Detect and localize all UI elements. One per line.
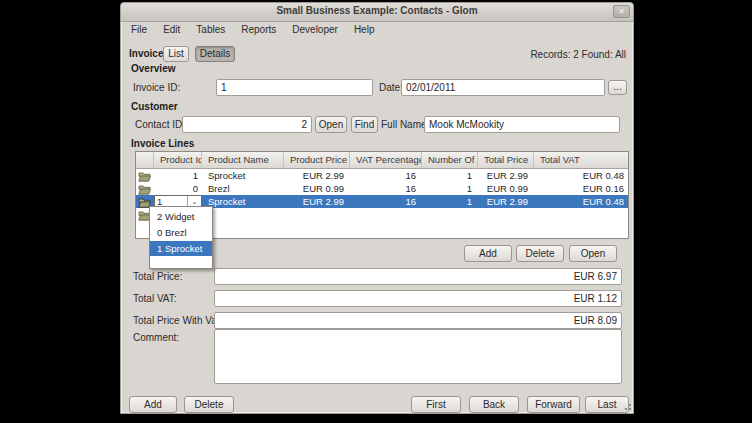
contact-id-field[interactable]: 2 [182,116,312,133]
comment-field[interactable] [214,329,622,384]
table-row[interactable]: 0 Brezl EUR 0.99 16 1 EUR 0.99 EUR 0.16 [136,182,628,195]
cell-vat-percentage: 16 [350,195,422,208]
cell-product-name: Brezl [202,182,284,195]
overview-heading: Overview [131,63,175,74]
table-row[interactable]: 1 Sprocket EUR 2.99 16 1 EUR 2.99 EUR 0.… [136,169,628,182]
contact-find-button[interactable]: Find [351,116,378,133]
dropdown-item-highlighted[interactable]: 1 Sprocket [150,241,212,256]
comment-label: Comment: [133,332,179,343]
line-delete-button[interactable]: Delete [516,245,564,262]
invoice-lines-heading: Invoice Lines [131,138,194,149]
full-name-label: Full Name: [381,119,429,130]
total-with-vat-label: Total Price With Vat: [133,315,222,326]
menubar: File Edit Tables Reports Developer Help [123,23,382,37]
total-vat-field: EUR 1.12 [214,290,622,307]
full-name-field: Mook McMookity [424,116,620,133]
table-header-row: Product Id Product Name Product Price VA… [136,152,628,169]
header-product-id[interactable]: Product Id [154,152,202,168]
cell-total-price: EUR 2.99 [478,169,534,182]
cell-product-id: 0 [154,182,202,195]
customer-heading: Customer [131,101,178,112]
date-label: Date: [379,82,403,93]
cell-number-of: 1 [422,169,478,182]
row-open-icon[interactable] [136,182,154,195]
cell-vat-percentage: 16 [350,182,422,195]
cell-product-name: Sprocket [202,195,284,208]
glom-window: Small Business Example: Contacts - Glom … [120,2,634,414]
records-summary: Records: 2 Found: All [530,49,626,60]
cell-product-name: Sprocket [202,169,284,182]
menu-developer[interactable]: Developer [284,23,346,37]
invoice-id-label: Invoice ID: [133,82,180,93]
date-picker-button[interactable]: ... [608,80,627,95]
cell-number-of: 1 [422,195,478,208]
header-number-of[interactable]: Number Of [422,152,478,168]
product-id-dropdown: 2 Widget 0 Brezl 1 Sprocket [149,206,213,269]
cell-number-of: 1 [422,182,478,195]
cell-product-price: EUR 2.99 [284,195,350,208]
contact-id-label: Contact ID: [135,119,185,130]
line-open-button[interactable]: Open [569,245,617,262]
menu-help[interactable]: Help [346,23,383,37]
nav-back-button[interactable]: Back [469,396,519,413]
dropdown-item[interactable]: 2 Widget [150,209,212,225]
header-total-price[interactable]: Total Price [478,152,534,168]
nav-forward-button[interactable]: Forward [527,396,580,413]
line-add-button[interactable]: Add [464,245,512,262]
header-product-price[interactable]: Product Price [284,152,350,168]
total-price-field: EUR 6.97 [214,268,622,285]
total-vat-label: Total VAT: [133,293,177,304]
cell-product-id: 1 [154,169,202,182]
close-icon[interactable]: ✕ [613,5,630,18]
header-product-name[interactable]: Product Name [202,152,284,168]
header-total-vat[interactable]: Total VAT [534,152,628,168]
cell-product-price: EUR 2.99 [284,169,350,182]
menu-tables[interactable]: Tables [188,23,233,37]
cell-total-vat: EUR 0.48 [534,195,628,208]
total-with-vat-field: EUR 8.09 [214,312,622,329]
screen-background: Small Business Example: Contacts - Glom … [0,0,752,423]
date-field[interactable]: 02/01/2011 [401,79,605,96]
cell-product-price: EUR 0.99 [284,182,350,195]
row-open-icon[interactable] [136,169,154,182]
cell-total-price: EUR 0.99 [478,182,534,195]
cell-total-vat: EUR 0.16 [534,182,628,195]
contact-open-button[interactable]: Open [315,116,347,133]
resize-grip[interactable] [623,404,631,412]
cell-total-price: EUR 2.99 [478,195,534,208]
cell-vat-percentage: 16 [350,169,422,182]
invoice-id-field[interactable]: 1 [216,79,373,96]
dropdown-item[interactable]: 0 Brezl [150,225,212,241]
titlebar[interactable]: Small Business Example: Contacts - Glom … [121,3,633,22]
menu-reports[interactable]: Reports [233,23,284,37]
menu-file[interactable]: File [123,23,155,37]
window-title: Small Business Example: Contacts - Glom [121,5,633,16]
record-delete-button[interactable]: Delete [184,396,234,413]
cell-total-vat: EUR 0.48 [534,169,628,182]
list-view-button[interactable]: List [163,46,189,62]
header-icon-col[interactable] [136,152,154,168]
menu-edit[interactable]: Edit [155,23,188,37]
nav-first-button[interactable]: First [411,396,461,413]
record-add-button[interactable]: Add [129,396,177,413]
total-price-label: Total Price: [133,271,182,282]
header-vat-percentage[interactable]: VAT Percentage [350,152,422,168]
details-view-button[interactable]: Details [195,46,235,62]
